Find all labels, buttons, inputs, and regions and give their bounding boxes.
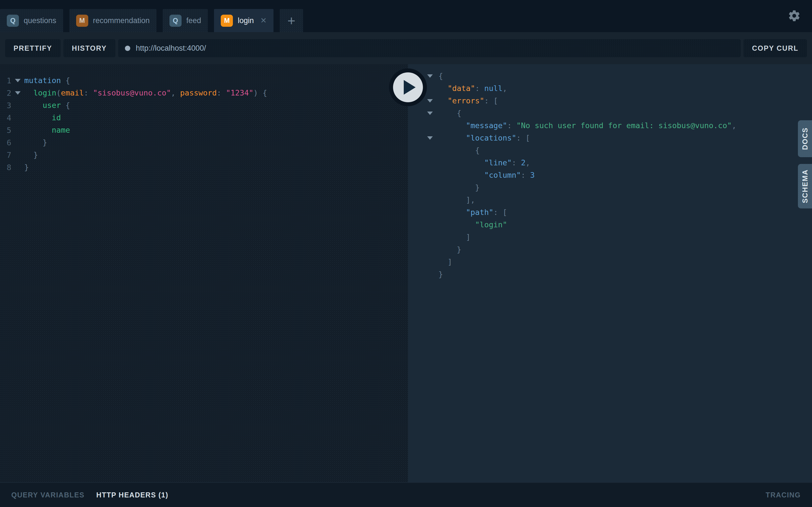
editor-code-text: user { <box>24 99 70 112</box>
response-line: } <box>408 243 812 256</box>
fold-gutter <box>426 136 439 140</box>
close-icon[interactable]: ✕ <box>260 16 267 25</box>
fold-arrow-icon[interactable] <box>15 79 20 82</box>
prettify-button[interactable]: PRETTIFY <box>5 39 61 57</box>
tab-label: recommendation <box>93 16 150 25</box>
response-code-text: } <box>439 268 443 281</box>
response-line: "login" <box>408 219 812 231</box>
fold-arrow-icon[interactable] <box>427 74 433 78</box>
fold-arrow-icon[interactable] <box>427 136 433 140</box>
line-number: 2 <box>0 89 13 98</box>
tab-label: login <box>238 16 254 25</box>
tracing-tab[interactable]: TRACING <box>766 491 801 499</box>
line-number: 8 <box>0 163 13 172</box>
settings-gear-icon[interactable] <box>788 9 801 22</box>
tab-questions[interactable]: Qquestions <box>0 9 63 32</box>
query-editor[interactable]: 1mutation {2 login(email: "sisobus@vuno.… <box>0 64 408 482</box>
editor-code-text: } <box>24 161 29 173</box>
response-line: ], <box>408 194 812 206</box>
response-code-text: "errors": [ <box>439 95 498 107</box>
response-code-text: ] <box>439 256 452 268</box>
editor-code-text: } <box>24 136 47 149</box>
response-code-text: } <box>439 181 479 194</box>
editor-code-text: id <box>24 112 61 124</box>
response-code-text: ] <box>439 231 470 243</box>
copy-curl-button[interactable]: COPY CURL <box>744 39 807 57</box>
response-code-text: "locations": [ <box>439 132 530 144</box>
editor-code-text: name <box>24 124 70 136</box>
response-code-text: { <box>439 70 443 82</box>
tab-label: feed <box>186 16 201 25</box>
response-line: { <box>408 107 812 119</box>
response-code-text: "path": [ <box>439 206 507 219</box>
fold-gutter <box>426 112 439 115</box>
line-number: 1 <box>0 76 13 85</box>
tab-feed[interactable]: Qfeed <box>163 9 208 32</box>
response-code-text: "message": "No such user found for email… <box>439 119 737 132</box>
execute-button[interactable] <box>389 68 427 106</box>
line-number: 3 <box>0 101 13 110</box>
plus-icon: + <box>287 13 295 29</box>
tab-login[interactable]: Mlogin✕ <box>214 9 273 32</box>
bottom-bar: QUERY VARIABLES HTTP HEADERS (1) TRACING <box>0 482 812 507</box>
response-code-text: "column": 3 <box>439 169 535 181</box>
line-number: 6 <box>0 138 13 147</box>
mutation-badge: M <box>221 15 233 27</box>
schema-tab[interactable]: SCHEMA <box>798 164 812 209</box>
fold-gutter <box>426 99 439 103</box>
tab-label: questions <box>24 16 56 25</box>
response-line: "path": [ <box>408 206 812 219</box>
endpoint-url-input[interactable] <box>136 44 734 53</box>
fold-arrow-icon[interactable] <box>427 112 433 115</box>
editor-line: 3 user { <box>0 99 408 112</box>
history-button[interactable]: HISTORY <box>63 39 115 57</box>
tab-bar: QquestionsMrecommendationQfeedMlogin✕ + <box>0 0 812 32</box>
toolbar: PRETTIFY HISTORY COPY CURL <box>0 32 812 64</box>
response-code-text: ], <box>439 194 475 206</box>
execute-button-circle <box>393 72 423 102</box>
query-badge: Q <box>169 15 182 27</box>
query-variables-tab[interactable]: QUERY VARIABLES <box>11 491 85 499</box>
response-line: { <box>408 144 812 157</box>
schema-tab-label: SCHEMA <box>801 169 809 203</box>
editor-code-text: } <box>24 149 38 161</box>
line-number: 5 <box>0 126 13 135</box>
docs-tab[interactable]: DOCS <box>798 120 812 157</box>
main-area: 1mutation {2 login(email: "sisobus@vuno.… <box>0 64 812 482</box>
fold-arrow-icon[interactable] <box>15 91 20 95</box>
new-tab-button[interactable]: + <box>280 9 303 32</box>
response-line: } <box>408 268 812 281</box>
response-line: "column": 3 <box>408 169 812 181</box>
response-code-text: } <box>439 243 461 256</box>
editor-line: 8} <box>0 161 408 173</box>
query-badge: Q <box>7 15 19 27</box>
fold-arrow-icon[interactable] <box>427 99 433 103</box>
line-number: 7 <box>0 151 13 159</box>
response-viewer[interactable]: { "data": null, "errors": [ { "message":… <box>408 64 812 482</box>
response-code-text: "line": 2, <box>439 157 530 169</box>
response-code-text: "login" <box>439 219 507 231</box>
fold-gutter <box>13 79 22 82</box>
http-headers-tab[interactable]: HTTP HEADERS (1) <box>96 491 168 499</box>
tab-recommendation[interactable]: Mrecommendation <box>69 9 156 32</box>
response-code-text: { <box>439 144 479 157</box>
editor-code-text: login(email: "sisobus@vuno.co", password… <box>24 87 267 99</box>
response-line: "data": null, <box>408 82 812 95</box>
editor-line: 5 name <box>0 124 408 136</box>
editor-line: 7 } <box>0 149 408 161</box>
endpoint-status-dot-icon <box>125 46 130 51</box>
response-line: "line": 2, <box>408 157 812 169</box>
response-line: "message": "No such user found for email… <box>408 119 812 132</box>
response-code-text: "data": null, <box>439 82 507 95</box>
fold-gutter <box>13 91 22 95</box>
response-line: } <box>408 181 812 194</box>
response-line: "locations": [ <box>408 132 812 144</box>
endpoint-bar <box>118 39 741 57</box>
response-line: "errors": [ <box>408 95 812 107</box>
editor-line: 6 } <box>0 136 408 149</box>
editor-code-text: mutation { <box>24 74 70 87</box>
docs-tab-label: DOCS <box>801 127 809 150</box>
mutation-badge: M <box>76 15 88 27</box>
editor-line: 1mutation { <box>0 74 408 87</box>
response-line: { <box>408 70 812 82</box>
